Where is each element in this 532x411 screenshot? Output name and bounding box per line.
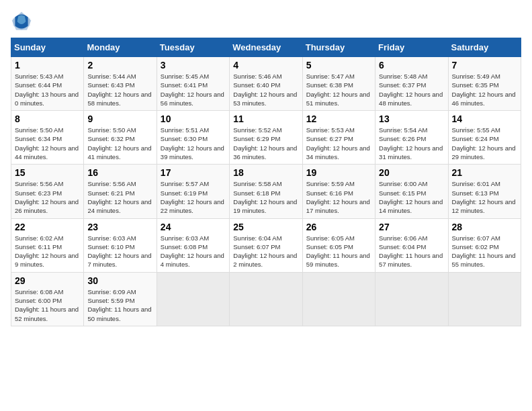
day-number: 4: [233, 60, 298, 71]
day-info: Sunrise: 6:04 AM Sunset: 6:07 PM Dayligh…: [233, 234, 298, 269]
calendar-cell: 10 Sunrise: 5:51 AM Sunset: 6:30 PM Dayl…: [157, 111, 229, 165]
day-info: Sunrise: 6:09 AM Sunset: 5:59 PM Dayligh…: [87, 287, 152, 323]
day-number: 10: [161, 113, 226, 124]
day-info: Sunrise: 5:45 AM Sunset: 6:41 PM Dayligh…: [161, 72, 226, 107]
day-info: Sunrise: 5:58 AM Sunset: 6:18 PM Dayligh…: [233, 179, 298, 215]
day-number: 6: [379, 60, 444, 71]
day-info: Sunrise: 5:49 AM Sunset: 6:35 PM Dayligh…: [452, 72, 517, 107]
calendar-cell: 26 Sunrise: 6:05 AM Sunset: 6:05 PM Dayl…: [302, 218, 375, 272]
day-number: 28: [452, 222, 517, 232]
weekday-header: Friday: [375, 38, 448, 57]
calendar-week-row: 22 Sunrise: 6:02 AM Sunset: 6:11 PM Dayl…: [11, 218, 521, 272]
day-number: 21: [452, 167, 517, 178]
calendar-cell: 4 Sunrise: 5:46 AM Sunset: 6:40 PM Dayli…: [230, 57, 302, 111]
calendar-cell: [157, 272, 229, 326]
calendar-cell: 12 Sunrise: 5:53 AM Sunset: 6:27 PM Dayl…: [302, 111, 375, 165]
day-info: Sunrise: 5:51 AM Sunset: 6:30 PM Dayligh…: [161, 126, 226, 161]
calendar-cell: 23 Sunrise: 6:03 AM Sunset: 6:10 PM Dayl…: [84, 218, 157, 272]
day-info: Sunrise: 5:59 AM Sunset: 6:16 PM Dayligh…: [306, 179, 371, 215]
day-number: 30: [87, 275, 152, 286]
calendar-week-row: 29 Sunrise: 6:08 AM Sunset: 6:00 PM Dayl…: [11, 272, 521, 326]
calendar-cell: 1 Sunrise: 5:43 AM Sunset: 6:44 PM Dayli…: [11, 57, 84, 111]
logo: [11, 11, 35, 32]
day-info: Sunrise: 5:48 AM Sunset: 6:37 PM Dayligh…: [379, 72, 444, 107]
day-info: Sunrise: 5:50 AM Sunset: 6:32 PM Dayligh…: [87, 126, 152, 161]
day-number: 23: [87, 222, 152, 232]
day-number: 3: [161, 60, 226, 71]
calendar-table: SundayMondayTuesdayWednesdayThursdayFrid…: [11, 38, 521, 326]
calendar-cell: 19 Sunrise: 5:59 AM Sunset: 6:16 PM Dayl…: [302, 165, 375, 218]
calendar-cell: 13 Sunrise: 5:54 AM Sunset: 6:26 PM Dayl…: [375, 111, 448, 165]
calendar-cell: 24 Sunrise: 6:03 AM Sunset: 6:08 PM Dayl…: [157, 218, 229, 272]
day-info: Sunrise: 6:03 AM Sunset: 6:08 PM Dayligh…: [161, 234, 226, 269]
day-number: 1: [15, 60, 80, 71]
calendar-cell: 16 Sunrise: 5:56 AM Sunset: 6:21 PM Dayl…: [84, 165, 157, 218]
day-info: Sunrise: 5:50 AM Sunset: 6:34 PM Dayligh…: [15, 126, 80, 161]
day-info: Sunrise: 5:52 AM Sunset: 6:29 PM Dayligh…: [233, 126, 298, 161]
calendar-cell: 21 Sunrise: 6:01 AM Sunset: 6:13 PM Dayl…: [448, 165, 521, 218]
calendar-cell: 5 Sunrise: 5:47 AM Sunset: 6:38 PM Dayli…: [302, 57, 375, 111]
day-info: Sunrise: 6:02 AM Sunset: 6:11 PM Dayligh…: [15, 234, 80, 269]
day-number: 13: [379, 113, 444, 124]
day-number: 27: [379, 222, 444, 232]
calendar-cell: [375, 272, 448, 326]
day-number: 29: [15, 275, 80, 286]
day-number: 19: [306, 167, 371, 178]
calendar-cell: 22 Sunrise: 6:02 AM Sunset: 6:11 PM Dayl…: [11, 218, 84, 272]
calendar-cell: [230, 272, 302, 326]
calendar-cell: 29 Sunrise: 6:08 AM Sunset: 6:00 PM Dayl…: [11, 272, 84, 326]
day-info: Sunrise: 6:00 AM Sunset: 6:15 PM Dayligh…: [379, 179, 444, 215]
day-number: 7: [452, 60, 517, 71]
day-number: 17: [161, 167, 226, 178]
day-number: 26: [306, 222, 371, 232]
calendar-cell: 3 Sunrise: 5:45 AM Sunset: 6:41 PM Dayli…: [157, 57, 229, 111]
day-info: Sunrise: 5:57 AM Sunset: 6:19 PM Dayligh…: [161, 179, 226, 215]
weekday-header: Thursday: [302, 38, 375, 57]
day-number: 24: [161, 222, 226, 232]
day-info: Sunrise: 6:07 AM Sunset: 6:02 PM Dayligh…: [452, 234, 517, 269]
calendar-cell: 9 Sunrise: 5:50 AM Sunset: 6:32 PM Dayli…: [84, 111, 157, 165]
calendar-cell: 14 Sunrise: 5:55 AM Sunset: 6:24 PM Dayl…: [448, 111, 521, 165]
calendar-cell: 11 Sunrise: 5:52 AM Sunset: 6:29 PM Dayl…: [230, 111, 302, 165]
day-number: 20: [379, 167, 444, 178]
calendar-week-row: 8 Sunrise: 5:50 AM Sunset: 6:34 PM Dayli…: [11, 111, 521, 165]
day-number: 9: [87, 113, 152, 124]
calendar-cell: 6 Sunrise: 5:48 AM Sunset: 6:37 PM Dayli…: [375, 57, 448, 111]
day-info: Sunrise: 5:43 AM Sunset: 6:44 PM Dayligh…: [15, 72, 80, 107]
day-number: 14: [452, 113, 517, 124]
day-number: 16: [87, 167, 152, 178]
day-number: 25: [233, 222, 298, 232]
day-info: Sunrise: 5:55 AM Sunset: 6:24 PM Dayligh…: [452, 126, 517, 161]
day-number: 11: [233, 113, 298, 124]
weekday-header: Monday: [84, 38, 157, 57]
day-info: Sunrise: 5:56 AM Sunset: 6:23 PM Dayligh…: [15, 179, 80, 215]
day-number: 5: [306, 60, 371, 71]
weekday-header: Tuesday: [157, 38, 229, 57]
weekday-header-row: SundayMondayTuesdayWednesdayThursdayFrid…: [11, 38, 521, 57]
calendar-cell: 20 Sunrise: 6:00 AM Sunset: 6:15 PM Dayl…: [375, 165, 448, 218]
calendar-week-row: 15 Sunrise: 5:56 AM Sunset: 6:23 PM Dayl…: [11, 165, 521, 218]
weekday-header: Sunday: [11, 38, 84, 57]
day-info: Sunrise: 6:03 AM Sunset: 6:10 PM Dayligh…: [87, 234, 152, 269]
day-info: Sunrise: 5:46 AM Sunset: 6:40 PM Dayligh…: [233, 72, 298, 107]
day-info: Sunrise: 6:05 AM Sunset: 6:05 PM Dayligh…: [306, 234, 371, 269]
day-number: 22: [15, 222, 80, 232]
logo-icon: [11, 11, 32, 32]
day-number: 18: [233, 167, 298, 178]
day-number: 8: [15, 113, 80, 124]
weekday-header: Saturday: [448, 38, 521, 57]
day-number: 12: [306, 113, 371, 124]
day-info: Sunrise: 6:08 AM Sunset: 6:00 PM Dayligh…: [15, 287, 80, 323]
calendar-cell: 27 Sunrise: 6:06 AM Sunset: 6:04 PM Dayl…: [375, 218, 448, 272]
weekday-header: Wednesday: [230, 38, 302, 57]
calendar-cell: [302, 272, 375, 326]
day-info: Sunrise: 5:47 AM Sunset: 6:38 PM Dayligh…: [306, 72, 371, 107]
calendar-cell: 15 Sunrise: 5:56 AM Sunset: 6:23 PM Dayl…: [11, 165, 84, 218]
day-info: Sunrise: 5:54 AM Sunset: 6:26 PM Dayligh…: [379, 126, 444, 161]
calendar-cell: 28 Sunrise: 6:07 AM Sunset: 6:02 PM Dayl…: [448, 218, 521, 272]
calendar-cell: 2 Sunrise: 5:44 AM Sunset: 6:43 PM Dayli…: [84, 57, 157, 111]
day-info: Sunrise: 6:01 AM Sunset: 6:13 PM Dayligh…: [452, 179, 517, 215]
day-info: Sunrise: 5:56 AM Sunset: 6:21 PM Dayligh…: [87, 179, 152, 215]
day-number: 2: [87, 60, 152, 71]
day-info: Sunrise: 5:44 AM Sunset: 6:43 PM Dayligh…: [87, 72, 152, 107]
